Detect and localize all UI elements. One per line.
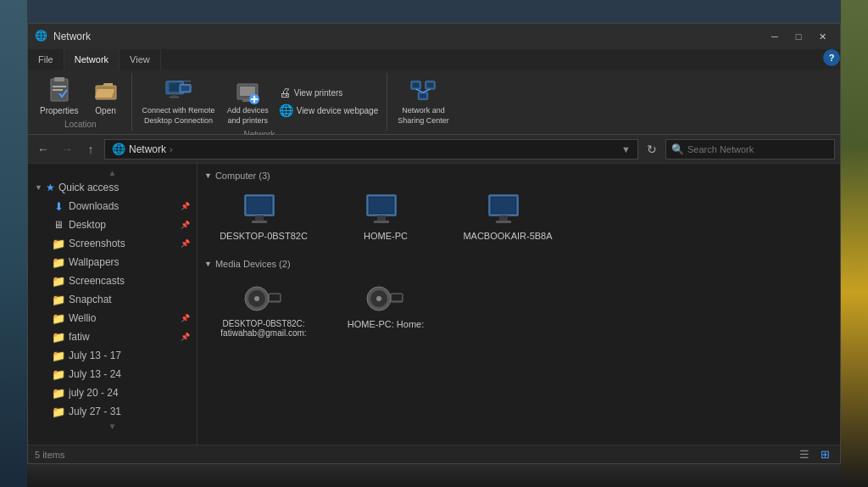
ribbon-group-sharing: Network andSharing Center bbox=[387, 73, 459, 131]
close-button[interactable]: ✕ bbox=[811, 28, 833, 45]
sidebar-item-wallpapers[interactable]: 📁 Wallpapers bbox=[28, 253, 197, 271]
list-view-button[interactable]: ☰ bbox=[796, 448, 813, 462]
wellio-pin-icon: 📌 bbox=[181, 314, 190, 322]
svg-rect-45 bbox=[270, 294, 280, 300]
media-desktop-label: DESKTOP-0BST82C: fatiwahab@gmail.com: bbox=[220, 319, 306, 338]
address-box[interactable]: 🌐 Network › ▼ bbox=[104, 139, 638, 160]
sidebar-item-july-20-24[interactable]: 📁 july 20 - 24 bbox=[28, 383, 197, 402]
july-20-24-icon: 📁 bbox=[52, 386, 65, 400]
svg-rect-39 bbox=[496, 221, 511, 223]
grid-view-button[interactable]: ⊞ bbox=[816, 448, 833, 462]
sidebar-item-july-13-24-label: July 13 - 24 bbox=[69, 368, 190, 380]
svg-rect-33 bbox=[377, 216, 386, 221]
sidebar-item-fatiw[interactable]: 📁 fatiw 📌 bbox=[28, 327, 197, 346]
svg-rect-7 bbox=[171, 94, 176, 97]
svg-rect-28 bbox=[255, 216, 264, 221]
connect-remote-icon bbox=[165, 77, 192, 104]
back-button[interactable]: ← bbox=[33, 139, 53, 160]
computer-section-chevron: ▼ bbox=[204, 171, 212, 180]
media-desktop[interactable]: DESKTOP-0BST82C: fatiwahab@gmail.com: bbox=[204, 274, 323, 345]
downloads-pin-icon: 📌 bbox=[181, 202, 190, 210]
item-count: 5 items bbox=[35, 450, 64, 460]
svg-rect-34 bbox=[374, 221, 389, 223]
ribbon-group-network-items: Connect with RemoteDesktop Connection bbox=[137, 75, 382, 128]
media-homepc[interactable]: HOME-PC: Home: bbox=[326, 274, 445, 345]
add-devices-button[interactable]: Add devicesand printers bbox=[222, 75, 274, 128]
ribbon-group-location: Properties Open Location bbox=[30, 73, 132, 131]
sidebar-item-downloads[interactable]: ⬇ Downloads 📌 bbox=[28, 197, 197, 216]
sidebar-item-screencasts-label: Screencasts bbox=[69, 275, 190, 287]
maximize-button[interactable]: □ bbox=[787, 28, 810, 45]
file-explorer-window: 🌐 Network ─ □ ✕ File Network View ? bbox=[27, 23, 841, 464]
screencasts-icon: 📁 bbox=[52, 274, 65, 288]
tab-view[interactable]: View bbox=[120, 49, 161, 70]
sidebar-item-wellio[interactable]: 📁 Wellio 📌 bbox=[28, 309, 197, 327]
properties-button[interactable]: Properties bbox=[35, 75, 84, 118]
home-pc-icon bbox=[365, 193, 406, 227]
tab-network[interactable]: Network bbox=[64, 49, 120, 70]
status-bar-right: ☰ ⊞ bbox=[796, 448, 833, 462]
svg-point-43 bbox=[254, 296, 259, 301]
media-section-header[interactable]: ▼ Media Devices (2) bbox=[204, 259, 833, 269]
sidebar-item-july-13-17[interactable]: 📁 July 13 - 17 bbox=[28, 346, 197, 365]
refresh-button[interactable]: ↻ bbox=[642, 139, 662, 160]
sidebar: ▲ ▼ ★ Quick access ⬇ Downloads 📌 🖥 Deskt… bbox=[28, 164, 198, 445]
sidebar-item-july-20-24-label: july 20 - 24 bbox=[69, 387, 190, 399]
media-desktop-icon bbox=[243, 282, 284, 316]
sidebar-item-screencasts[interactable]: 📁 Screencasts bbox=[28, 271, 197, 290]
svg-rect-6 bbox=[169, 83, 180, 92]
scroll-down-indicator: ▼ bbox=[28, 421, 197, 432]
computer-desktop-0bst82c[interactable]: DESKTOP-0BST82C bbox=[204, 186, 323, 249]
screenshots-pin-icon: 📌 bbox=[181, 239, 190, 248]
location-group-label: Location bbox=[35, 120, 126, 129]
network-sharing-center-button[interactable]: Network andSharing Center bbox=[392, 75, 454, 128]
tab-file[interactable]: File bbox=[28, 49, 64, 70]
content-area: ▼ Computer (3) bbox=[198, 164, 840, 445]
sidebar-item-snapchat[interactable]: 📁 Snapchat bbox=[28, 290, 197, 309]
sidebar-item-screenshots-label: Screenshots bbox=[69, 238, 177, 249]
address-dropdown-icon[interactable]: ▼ bbox=[621, 144, 631, 154]
computer-home-pc[interactable]: HOME-PC bbox=[326, 186, 445, 249]
window-title: Network bbox=[53, 31, 764, 42]
desktop-0bst82c-label: DESKTOP-0BST82C bbox=[220, 231, 308, 241]
desktop-pin-icon: 📌 bbox=[181, 221, 190, 229]
address-chevron: › bbox=[170, 144, 173, 154]
svg-rect-10 bbox=[181, 86, 188, 91]
window-icon: 🌐 bbox=[35, 30, 48, 43]
quick-access-star-icon: ★ bbox=[46, 182, 55, 193]
sidebar-item-snapchat-label: Snapchat bbox=[69, 294, 190, 305]
sidebar-item-downloads-label: Downloads bbox=[69, 200, 177, 212]
fatiw-icon: 📁 bbox=[52, 330, 65, 344]
help-button[interactable]: ? bbox=[823, 49, 840, 66]
sidebar-item-desktop[interactable]: 🖥 Desktop 📌 bbox=[28, 216, 197, 234]
connect-remote-label: Connect with RemoteDesktop Connection bbox=[142, 106, 215, 126]
sidebar-item-screenshots[interactable]: 📁 Screenshots 📌 bbox=[28, 234, 197, 253]
up-button[interactable]: ↑ bbox=[81, 139, 101, 160]
connect-remote-button[interactable]: Connect with RemoteDesktop Connection bbox=[137, 75, 220, 128]
forward-button[interactable]: → bbox=[57, 139, 77, 160]
search-input[interactable] bbox=[687, 144, 829, 154]
svg-rect-50 bbox=[392, 294, 402, 300]
open-label: Open bbox=[95, 106, 115, 115]
sidebar-item-fatiw-label: fatiw bbox=[69, 331, 177, 343]
view-printers-button[interactable]: 🖨 View printers bbox=[275, 84, 382, 101]
svg-rect-29 bbox=[252, 221, 267, 223]
minimize-button[interactable]: ─ bbox=[764, 28, 786, 45]
view-device-webpage-button[interactable]: 🌐 View device webpage bbox=[275, 102, 382, 119]
sidebar-item-july-27-31[interactable]: 📁 July 27 - 31 bbox=[28, 402, 197, 421]
open-icon bbox=[92, 77, 120, 104]
macbookair-icon bbox=[487, 193, 528, 227]
open-button[interactable]: Open bbox=[86, 75, 126, 118]
add-devices-icon bbox=[234, 77, 261, 104]
computer-section-header[interactable]: ▼ Computer (3) bbox=[204, 171, 833, 181]
svg-rect-30 bbox=[248, 198, 271, 213]
sidebar-item-july-13-24[interactable]: 📁 July 13 - 24 bbox=[28, 365, 197, 383]
network-sharing-icon bbox=[409, 77, 437, 104]
ribbon-group-network: Connect with RemoteDesktop Connection bbox=[132, 73, 388, 131]
bg-bottom bbox=[27, 464, 841, 487]
quick-access-header[interactable]: ▼ ★ Quick access bbox=[28, 178, 197, 197]
address-bar: ← → ↑ 🌐 Network › ▼ ↻ 🔍 bbox=[28, 135, 840, 164]
svg-line-25 bbox=[423, 89, 430, 92]
search-icon: 🔍 bbox=[671, 143, 684, 155]
computer-macbookair[interactable]: MACBOOKAIR-5B8A bbox=[448, 186, 567, 249]
